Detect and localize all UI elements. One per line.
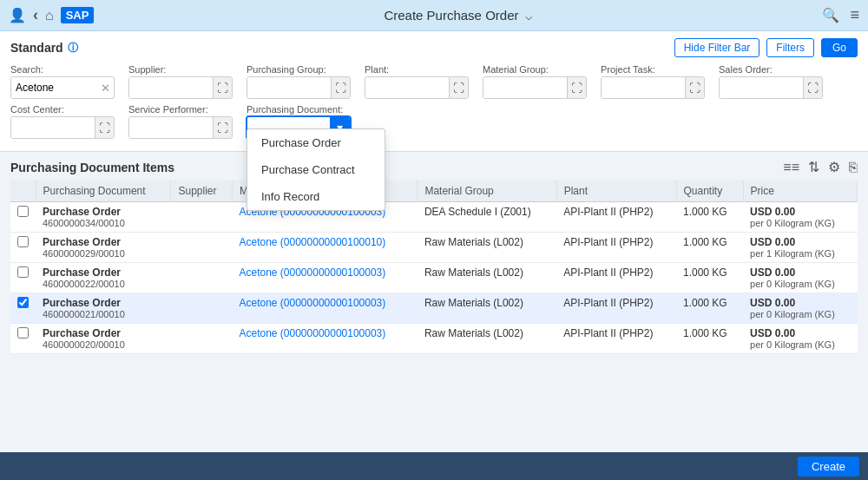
material-group-expand-icon[interactable]: ⛶ — [567, 77, 586, 98]
row-price-per: per 0 Kilogram (KG) — [750, 279, 850, 289]
row-price-per: per 0 Kilogram (KG) — [750, 218, 850, 228]
filters-button[interactable]: Filters — [766, 38, 814, 57]
plant-input-wrap: ⛶ — [365, 76, 469, 99]
row-quantity-cell: 1.000 KG — [676, 202, 743, 233]
search-clear-icon[interactable]: ✕ — [97, 82, 114, 95]
row-material-group-cell: Raw Materials (L002) — [418, 293, 556, 324]
cost-center-label: Cost Center: — [10, 104, 115, 115]
purchasing-document-field: Purchasing Document: ▾ Purchase Order Pu… — [247, 104, 351, 139]
sales-order-field: Sales Order: ⛶ — [719, 64, 823, 99]
cost-center-expand-icon[interactable]: ⛶ — [95, 117, 114, 138]
project-task-expand-icon[interactable]: ⛶ — [685, 77, 704, 98]
col-checkbox — [10, 181, 36, 202]
material-group-input-wrap: ⛶ — [483, 76, 587, 99]
row-type: Purchase Order — [43, 236, 164, 248]
row-price-cell: USD 0.00 per 0 Kilogram (KG) — [743, 324, 857, 354]
cost-center-input-wrap: ⛶ — [10, 116, 115, 139]
create-button[interactable]: Create — [798, 457, 859, 477]
material-group-input[interactable] — [483, 77, 567, 98]
row-checkbox[interactable] — [17, 297, 29, 308]
search-field: Search: ✕ — [10, 64, 115, 99]
row-checkbox-cell — [10, 233, 36, 263]
row-price-per: per 1 Kilogram (KG) — [750, 248, 850, 259]
material-group-label: Material Group: — [483, 64, 587, 75]
purchasing-group-expand-icon[interactable]: ⛶ — [331, 77, 350, 98]
filter-info-icon: ⓘ — [68, 41, 78, 56]
supplier-input[interactable] — [129, 77, 213, 98]
dropdown-item-info-record[interactable]: Info Record — [247, 183, 385, 210]
table-header-row: Purchasing Document Items ≡≡ ⇅ ⚙ ⎘ — [10, 159, 858, 175]
plant-input[interactable] — [365, 77, 449, 98]
service-performer-input[interactable] — [129, 117, 213, 138]
group-icon[interactable]: ≡≡ — [783, 160, 799, 175]
menu-icon[interactable]: ≡ — [850, 6, 859, 24]
dropdown-item-purchase-contract[interactable]: Purchase Contract — [247, 156, 385, 183]
row-checkbox[interactable] — [17, 327, 29, 339]
settings-icon[interactable]: ⚙ — [828, 159, 840, 175]
search-input[interactable] — [11, 77, 97, 98]
row-material-group-cell: Raw Materials (L002) — [418, 324, 556, 354]
row-price-cell: USD 0.00 per 0 Kilogram (KG) — [743, 263, 857, 293]
row-checkbox-cell — [10, 202, 36, 233]
purchasing-document-label: Purchasing Document: — [247, 104, 351, 115]
plant-label: Plant: — [365, 64, 469, 75]
sales-order-label: Sales Order: — [719, 64, 823, 75]
row-plant-cell: API-Plant II (PHP2) — [556, 263, 676, 293]
row-quantity-cell: 1.000 KG — [676, 263, 743, 293]
row-material-cell: Acetone (00000000000100010) — [232, 233, 417, 263]
service-performer-input-wrap: ⛶ — [128, 116, 233, 139]
go-button[interactable]: Go — [821, 38, 858, 57]
home-icon[interactable]: ⌂ — [45, 8, 54, 23]
table-actions: ≡≡ ⇅ ⚙ ⎘ — [783, 159, 858, 175]
service-performer-label: Service Performer: — [128, 104, 233, 115]
row-price: USD 0.00 — [750, 206, 850, 218]
title-dropdown-icon[interactable]: ⌵ — [525, 9, 532, 23]
search-icon[interactable]: 🔍 — [822, 7, 839, 23]
row-purchasing-document: Purchase Order 4600000021/00010 — [36, 293, 171, 324]
hide-filter-bar-button[interactable]: Hide Filter Bar — [674, 38, 760, 57]
service-performer-expand-icon[interactable]: ⛶ — [213, 117, 232, 138]
purchasing-group-label: Purchasing Group: — [247, 64, 351, 75]
row-supplier-cell — [171, 202, 232, 233]
row-material-link[interactable]: Acetone (00000000000100003) — [239, 327, 385, 339]
row-price-per: per 0 Kilogram (KG) — [750, 339, 850, 350]
row-material-link[interactable]: Acetone (00000000000100003) — [239, 297, 385, 309]
sap-logo: SAP — [61, 7, 95, 23]
purchasing-group-input[interactable] — [247, 77, 331, 98]
row-price-per: per 0 Kilogram (KG) — [750, 309, 850, 319]
main-content: Purchasing Document Items ≡≡ ⇅ ⚙ ⎘ Purch… — [0, 152, 868, 452]
cost-center-input[interactable] — [11, 117, 95, 138]
purchasing-group-input-wrap: ⛶ — [247, 76, 351, 99]
row-checkbox-cell — [10, 263, 36, 293]
row-doc-number: 4600000034/00010 — [43, 218, 164, 228]
row-type: Purchase Order — [43, 266, 164, 279]
row-material-group-cell: Raw Materials (L002) — [418, 263, 556, 293]
row-checkbox[interactable] — [17, 236, 29, 247]
row-type: Purchase Order — [43, 297, 164, 309]
export-icon[interactable]: ⎘ — [849, 160, 858, 175]
row-doc-number: 4600000029/00010 — [43, 248, 164, 259]
table-container: Purchasing Document Supplier Material Ma… — [10, 181, 858, 354]
filter-title-text: Standard — [10, 41, 63, 55]
project-task-input[interactable] — [602, 77, 685, 98]
row-material-link[interactable]: Acetone (00000000000100003) — [239, 266, 385, 279]
back-icon[interactable]: ‹ — [33, 6, 38, 24]
table-header: Purchasing Document Supplier Material Ma… — [10, 181, 858, 202]
row-checkbox[interactable] — [17, 206, 29, 217]
table-row: Purchase Order 4600000022/00010 Acetone … — [10, 263, 858, 293]
sort-icon[interactable]: ⇅ — [808, 159, 819, 175]
dropdown-item-purchase-order[interactable]: Purchase Order — [247, 129, 385, 156]
table-row: Purchase Order 4600000029/00010 Acetone … — [10, 233, 858, 263]
row-material-cell: Acetone (00000000000100003) — [232, 263, 417, 293]
plant-expand-icon[interactable]: ⛶ — [449, 77, 468, 98]
table-row: Purchase Order 4600000034/00010 Acetone … — [10, 202, 858, 233]
user-icon[interactable]: 👤 — [9, 7, 26, 23]
sales-order-input[interactable] — [720, 77, 803, 98]
row-material-link[interactable]: Acetone (00000000000100010) — [239, 236, 385, 248]
row-supplier-cell — [171, 293, 232, 324]
row-purchasing-document: Purchase Order 4600000034/00010 — [36, 202, 171, 233]
row-checkbox[interactable] — [17, 266, 29, 278]
sales-order-expand-icon[interactable]: ⛶ — [803, 77, 822, 98]
supplier-expand-icon[interactable]: ⛶ — [213, 77, 232, 98]
col-supplier: Supplier — [171, 181, 232, 202]
